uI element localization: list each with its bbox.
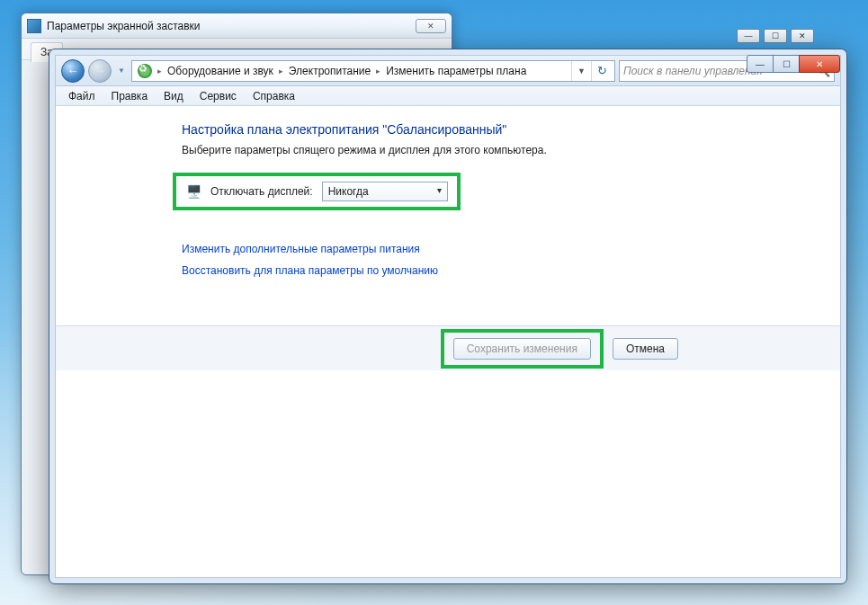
control-panel-icon bbox=[138, 64, 152, 78]
page-subtitle: Выберите параметры спящего режима и дисп… bbox=[182, 144, 822, 156]
background-window-controls: — ☐ ✕ bbox=[737, 29, 814, 43]
breadcrumb-power[interactable]: Электропитание bbox=[285, 65, 374, 77]
screensaver-titlebar[interactable]: Параметры экранной заставки ✕ bbox=[22, 13, 452, 39]
bg-maximize-button[interactable]: ☐ bbox=[764, 29, 787, 43]
address-dropdown[interactable]: ▼ bbox=[571, 61, 591, 81]
back-button[interactable]: ← bbox=[61, 59, 85, 83]
breadcrumb-hardware[interactable]: Оборудование и звук bbox=[164, 65, 277, 77]
screensaver-close-button[interactable]: ✕ bbox=[416, 19, 446, 33]
bg-minimize-button[interactable]: — bbox=[737, 29, 760, 43]
display-off-highlight: 🖥️ Отключать дисплей: Никогда bbox=[173, 173, 461, 210]
forward-button[interactable]: → bbox=[88, 59, 112, 83]
crumb-sep: ▸ bbox=[156, 67, 164, 76]
breadcrumb-plan[interactable]: Изменить параметры плана bbox=[382, 65, 530, 77]
link-advanced-power[interactable]: Изменить дополнительные параметры питани… bbox=[182, 243, 822, 255]
control-panel-window: — ☐ ✕ ← → ▼ ▸ Оборудование и звук ▸ Элек… bbox=[49, 49, 847, 584]
window-controls: — ☐ ✕ bbox=[747, 55, 840, 73]
screensaver-title: Параметры экранной заставки bbox=[47, 20, 201, 32]
button-bar: Сохранить изменения Отмена bbox=[56, 325, 840, 370]
menu-edit[interactable]: Правка bbox=[104, 88, 156, 104]
display-off-combo[interactable]: Никогда bbox=[322, 182, 448, 201]
screensaver-icon bbox=[27, 19, 41, 33]
address-bar[interactable]: ▸ Оборудование и звук ▸ Электропитание ▸… bbox=[131, 60, 615, 82]
minimize-button[interactable]: — bbox=[747, 55, 774, 73]
menu-bar: Файл Правка Вид Сервис Справка bbox=[56, 86, 840, 106]
crumb-sep: ▸ bbox=[374, 67, 382, 76]
content-area: Настройка плана электропитания "Сбаланси… bbox=[56, 106, 840, 325]
links: Изменить дополнительные параметры питани… bbox=[182, 243, 822, 277]
display-icon: 🖥️ bbox=[185, 183, 201, 200]
display-off-label: Отключать дисплей: bbox=[210, 185, 313, 198]
page-title: Настройка плана электропитания "Сбаланси… bbox=[182, 122, 822, 137]
close-button[interactable]: ✕ bbox=[799, 55, 840, 73]
display-off-value: Никогда bbox=[328, 185, 369, 198]
maximize-button[interactable]: ☐ bbox=[773, 55, 800, 73]
cancel-button[interactable]: Отмена bbox=[613, 338, 678, 360]
menu-view[interactable]: Вид bbox=[157, 88, 191, 104]
menu-help[interactable]: Справка bbox=[246, 88, 302, 104]
empty-area bbox=[56, 370, 840, 577]
bg-close-button[interactable]: ✕ bbox=[791, 29, 814, 43]
navigation-bar: ← → ▼ ▸ Оборудование и звук ▸ Электропит… bbox=[56, 56, 840, 86]
link-restore-defaults[interactable]: Восстановить для плана параметры по умол… bbox=[182, 264, 822, 277]
nav-history-dropdown[interactable]: ▼ bbox=[115, 63, 128, 79]
save-button[interactable]: Сохранить изменения bbox=[453, 338, 591, 360]
refresh-button[interactable]: ↻ bbox=[591, 61, 613, 81]
menu-service[interactable]: Сервис bbox=[192, 88, 244, 104]
menu-file[interactable]: Файл bbox=[61, 88, 103, 104]
crumb-sep: ▸ bbox=[277, 67, 285, 76]
save-highlight: Сохранить изменения bbox=[441, 329, 604, 369]
